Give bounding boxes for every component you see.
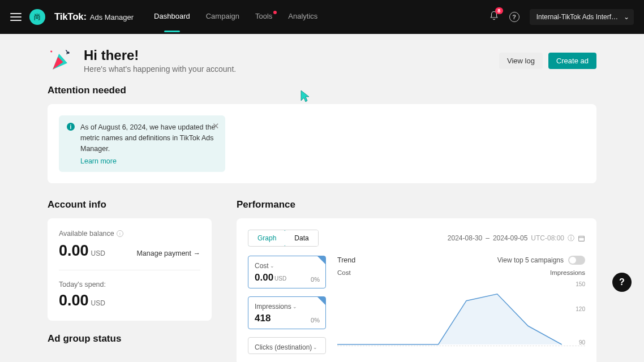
legend-cost: Cost xyxy=(337,269,351,276)
notification-badge: 8 xyxy=(495,7,503,14)
svg-rect-1 xyxy=(50,50,53,53)
nav-tools[interactable]: Tools xyxy=(255,12,272,23)
attention-card: i As of August 6, 2024, we have updated … xyxy=(48,104,596,183)
menu-icon[interactable] xyxy=(10,13,22,21)
nav-analytics[interactable]: Analytics xyxy=(288,12,317,23)
trend-label: Trend xyxy=(337,256,355,264)
nav-campaign[interactable]: Campaign xyxy=(206,12,239,23)
tab-data[interactable]: Data xyxy=(285,230,317,246)
brand-product: Ads Manager xyxy=(90,13,134,21)
top-navbar: 尚 TikTok: Ads Manager Dashboard Campaign… xyxy=(0,0,644,34)
available-balance-value: 0.00 xyxy=(59,242,89,259)
svg-point-0 xyxy=(67,51,70,54)
info-icon: i xyxy=(67,123,75,131)
view-toggle: Graph Data xyxy=(248,230,319,247)
trend-chart: 150 120 90 xyxy=(337,278,585,346)
available-balance-label: Available balance i xyxy=(59,230,200,238)
view-top-campaigns-toggle[interactable] xyxy=(568,256,585,265)
info-alert: i As of August 6, 2024, we have updated … xyxy=(59,115,225,172)
date-range-picker[interactable]: 2024-08-30 – 2024-09-05 UTC-08:00 ⓘ xyxy=(448,234,585,243)
metric-card-clicks[interactable]: Clicks (destination) ⌄ xyxy=(248,337,326,354)
account-info-card: Available balance i 0.00USD Manage payme… xyxy=(48,218,212,321)
nav-dashboard[interactable]: Dashboard xyxy=(154,12,190,23)
notification-dot-icon xyxy=(273,11,277,14)
account-selector[interactable]: Internal-TikTok Ads Interf… ⌄ xyxy=(530,9,634,25)
brand-logo: TikTok: xyxy=(54,11,87,23)
chevron-down-icon: ⌄ xyxy=(624,13,629,21)
manage-payment-link[interactable]: Manage payment → xyxy=(136,249,200,257)
performance-card: Graph Data 2024-08-30 – 2024-09-05 UTC-0… xyxy=(237,218,596,362)
view-top-campaigns-label: View top 5 campaigns xyxy=(497,256,564,264)
tab-graph[interactable]: Graph xyxy=(248,230,286,247)
learn-more-link[interactable]: Learn more xyxy=(80,157,217,165)
ad-group-status-title: Ad group status xyxy=(48,333,212,344)
create-ad-button[interactable]: Create ad xyxy=(548,53,596,69)
view-log-button[interactable]: View log xyxy=(499,53,543,69)
account-info-title: Account info xyxy=(48,199,212,210)
today-spend-label: Today's spend: xyxy=(59,281,200,288)
info-tooltip-icon[interactable]: i xyxy=(117,230,123,237)
avatar[interactable]: 尚 xyxy=(29,9,45,25)
page-title: Hi there! xyxy=(84,48,236,63)
page-subtitle: Here's what's happening with your accoun… xyxy=(84,64,236,74)
help-fab[interactable]: ? xyxy=(612,273,632,292)
celebration-icon xyxy=(48,48,74,74)
chart-line xyxy=(337,278,562,346)
help-icon[interactable]: ? xyxy=(509,12,520,22)
info-tooltip-icon[interactable]: ⓘ xyxy=(568,234,574,243)
page-header: Hi there! Here's what's happening with y… xyxy=(48,48,596,74)
chevron-down-icon: ⌄ xyxy=(293,304,297,309)
metric-card-cost[interactable]: Cost ⌄ 0.00USD 0% xyxy=(248,256,326,288)
calendar-icon xyxy=(578,235,585,242)
chevron-down-icon: ⌄ xyxy=(313,344,317,350)
alert-message: As of August 6, 2024, we have updated th… xyxy=(80,122,217,154)
close-icon[interactable]: ✕ xyxy=(212,121,220,131)
svg-rect-2 xyxy=(579,236,585,241)
today-spend-value: 0.00 xyxy=(59,292,89,309)
chevron-down-icon: ⌄ xyxy=(270,263,274,269)
metric-card-impressions[interactable]: Impressions ⌄ 418 0% xyxy=(248,296,326,329)
performance-title: Performance xyxy=(237,199,596,210)
nav-links: Dashboard Campaign Tools Analytics xyxy=(154,12,317,23)
attention-title: Attention needed xyxy=(48,85,596,96)
notifications-button[interactable]: 8 xyxy=(489,11,499,23)
legend-impressions: Impressions xyxy=(550,269,585,276)
